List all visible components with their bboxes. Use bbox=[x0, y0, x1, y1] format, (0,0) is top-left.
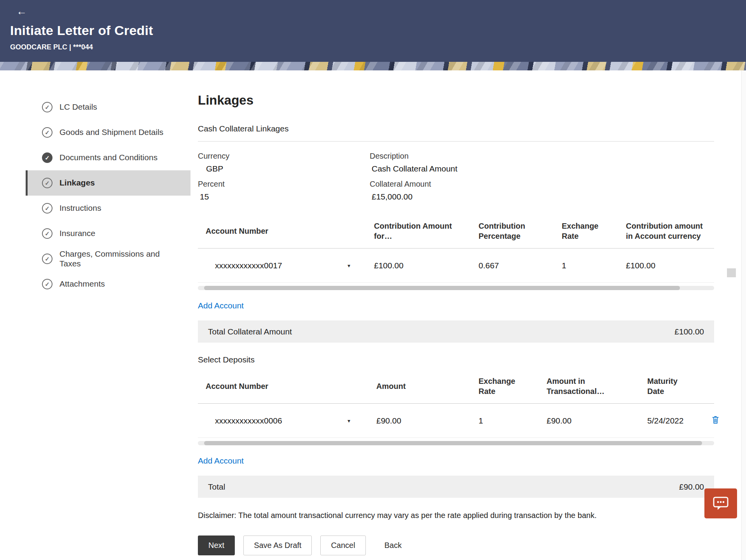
description-label: Description bbox=[370, 152, 714, 161]
sidebar-item-lc-details[interactable]: ✓ LC Details bbox=[26, 94, 190, 120]
account-cell: xxxxxxxxxxxx0006 ▾ bbox=[198, 416, 369, 425]
wizard-step-list: ✓ LC Details ✓ Goods and Shipment Detail… bbox=[0, 70, 190, 297]
action-bar: Next Save As Draft Cancel Back bbox=[198, 536, 714, 560]
exchange-rate-cell: 1 bbox=[554, 261, 618, 270]
step-label: Linkages bbox=[59, 178, 95, 188]
sidebar-item-instructions[interactable]: ✓ Instructions bbox=[26, 196, 190, 221]
account-cell: xxxxxxxxxxxx0017 ▾ bbox=[198, 261, 366, 270]
deposits-total-row: Total £90.00 bbox=[198, 476, 714, 498]
save-as-draft-button[interactable]: Save As Draft bbox=[243, 536, 312, 555]
step-label: Instructions bbox=[59, 203, 101, 213]
currency-field: Currency GBP bbox=[198, 152, 370, 173]
step-label: Insurance bbox=[59, 229, 95, 238]
check-circle-icon: ✓ bbox=[42, 254, 52, 264]
check-circle-icon: ✓ bbox=[42, 127, 52, 138]
cancel-button[interactable]: Cancel bbox=[320, 536, 365, 555]
description-value: Cash Collateral Amount bbox=[370, 164, 714, 173]
collateral-amount-field: Collateral Amount £15,000.00 bbox=[370, 180, 714, 201]
party-name: GOODCARE PLC | ***044 bbox=[10, 43, 746, 51]
sidebar-item-attachments[interactable]: ✓ Attachments bbox=[26, 271, 190, 297]
step-label: Documents and Conditions bbox=[59, 153, 157, 163]
amount-cell: £90.00 bbox=[369, 416, 471, 425]
account-number-value: xxxxxxxxxxxx0017 bbox=[215, 261, 282, 270]
col-contribution-amount: Contribution Amount for… bbox=[366, 221, 471, 241]
col-account-number: Account Number bbox=[198, 381, 369, 391]
main-panel: Linkages Cash Collateral Linkages Curren… bbox=[198, 70, 714, 560]
total-collateral-label: Total Collateral Amount bbox=[208, 327, 292, 336]
page: ← Initiate Letter of Credit GOODCARE PLC… bbox=[0, 0, 746, 560]
col-contribution-account-ccy: Contribution amount in Account currency bbox=[618, 221, 714, 241]
horizontal-scrollbar[interactable] bbox=[198, 286, 714, 290]
sidebar-item-goods-shipment[interactable]: ✓ Goods and Shipment Details bbox=[26, 120, 190, 145]
app-header: ← Initiate Letter of Credit GOODCARE PLC… bbox=[0, 0, 746, 62]
chevron-down-icon: ▾ bbox=[348, 262, 350, 269]
col-exchange-rate: Exchange Rate bbox=[554, 221, 618, 241]
total-collateral-row: Total Collateral Amount £100.00 bbox=[198, 320, 714, 343]
add-account-link[interactable]: Add Account bbox=[198, 301, 244, 310]
contribution-amount-cell: £100.00 bbox=[366, 261, 471, 270]
disclaimer-text: Disclaimer: The total amount transaction… bbox=[198, 511, 714, 520]
back-arrow-icon[interactable]: ← bbox=[12, 3, 31, 20]
sidebar-item-charges[interactable]: ✓ Charges, Commissions and Taxes bbox=[26, 246, 190, 271]
collateral-amount-value: £15,000.00 bbox=[370, 192, 714, 201]
account-number-value: xxxxxxxxxxxx0006 bbox=[215, 416, 282, 425]
step-label: Attachments bbox=[59, 279, 105, 289]
percent-field: Percent 15 bbox=[198, 180, 370, 201]
next-button[interactable]: Next bbox=[198, 536, 235, 555]
sidebar-item-insurance[interactable]: ✓ Insurance bbox=[26, 221, 190, 246]
add-deposit-account-link[interactable]: Add Account bbox=[198, 456, 244, 466]
exchange-rate-cell: 1 bbox=[471, 416, 539, 425]
deposits-total-value: £90.00 bbox=[679, 482, 704, 492]
percent-label: Percent bbox=[198, 180, 370, 189]
check-circle-icon: ✓ bbox=[42, 102, 52, 112]
col-amount-transactional: Amount in Transactional… bbox=[539, 376, 639, 396]
select-deposits-section-title: Select Deposits bbox=[198, 355, 714, 364]
percent-value: 15 bbox=[198, 192, 370, 201]
cash-collateral-table-header: Account Number Contribution Amount for… … bbox=[198, 215, 714, 248]
maturity-date-cell: 5/24/2022 bbox=[639, 416, 704, 425]
linkages-title: Linkages bbox=[198, 93, 714, 108]
deposits-total-label: Total bbox=[208, 482, 225, 492]
total-collateral-value: £100.00 bbox=[674, 327, 704, 336]
cash-collateral-section-title: Cash Collateral Linkages bbox=[198, 124, 714, 142]
table-row: xxxxxxxxxxxx0017 ▾ £100.00 0.667 1 £100.… bbox=[198, 248, 714, 283]
collateral-amount-label: Collateral Amount bbox=[370, 180, 714, 189]
contribution-account-ccy-cell: £100.00 bbox=[618, 261, 714, 270]
currency-value: GBP bbox=[198, 164, 370, 173]
sidebar-item-documents-conditions[interactable]: ✓ Documents and Conditions bbox=[26, 145, 190, 170]
check-circle-icon: ✓ bbox=[42, 178, 52, 188]
col-amount: Amount bbox=[369, 381, 471, 391]
row-actions-cell bbox=[704, 415, 719, 426]
sidebar-item-linkages[interactable]: ✓ Linkages bbox=[26, 170, 190, 196]
col-contribution-percentage: Contribution Percentage bbox=[471, 221, 554, 241]
deposits-table: Account Number Amount Exchange Rate Amou… bbox=[198, 370, 714, 438]
back-button[interactable]: Back bbox=[374, 536, 412, 555]
chat-bubble-icon bbox=[713, 496, 729, 511]
account-number-dropdown[interactable]: xxxxxxxxxxxx0017 ▾ bbox=[206, 261, 350, 270]
vertical-scrollbar[interactable] bbox=[741, 70, 746, 560]
col-exchange-rate: Exchange Rate bbox=[471, 376, 539, 396]
chat-button[interactable] bbox=[704, 488, 737, 518]
cash-collateral-table: Account Number Contribution Amount for… … bbox=[198, 215, 714, 283]
col-account-number: Account Number bbox=[198, 226, 366, 236]
scrollbar-thumb[interactable] bbox=[204, 286, 680, 290]
step-label: LC Details bbox=[59, 102, 97, 112]
table-row: xxxxxxxxxxxx0006 ▾ £90.00 1 £90.00 5/24/… bbox=[198, 404, 714, 438]
col-maturity-date: Maturity Date bbox=[639, 376, 704, 396]
currency-label: Currency bbox=[198, 152, 370, 161]
delete-row-button[interactable] bbox=[711, 415, 720, 424]
content: ✓ LC Details ✓ Goods and Shipment Detail… bbox=[0, 70, 746, 560]
trash-icon bbox=[711, 415, 720, 424]
decorative-banner bbox=[0, 62, 746, 70]
horizontal-scrollbar[interactable] bbox=[198, 441, 714, 445]
scrollbar-thumb[interactable] bbox=[204, 441, 702, 445]
deposits-table-header: Account Number Amount Exchange Rate Amou… bbox=[198, 370, 714, 404]
scrollbar-thumb[interactable] bbox=[727, 268, 736, 277]
check-circle-icon: ✓ bbox=[42, 152, 52, 163]
step-label: Charges, Commissions and Taxes bbox=[59, 249, 180, 269]
check-circle-icon: ✓ bbox=[42, 203, 52, 214]
amount-transactional-cell: £90.00 bbox=[539, 416, 639, 425]
deposit-account-dropdown[interactable]: xxxxxxxxxxxx0006 ▾ bbox=[206, 416, 350, 425]
page-title: Initiate Letter of Credit bbox=[10, 23, 746, 38]
step-label: Goods and Shipment Details bbox=[59, 128, 163, 137]
